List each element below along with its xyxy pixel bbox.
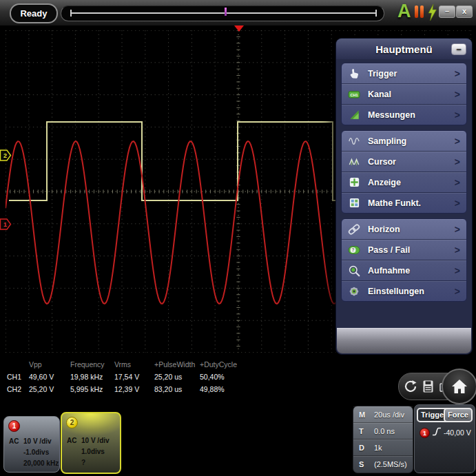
chevron-right-icon: > bbox=[455, 198, 460, 209]
menu-item-pass-fail[interactable]: ?Pass / Fail> bbox=[342, 240, 466, 260]
measurement-row-ch1: CH149,60 V19,98 kHz17,54 V25,20 us50,40% bbox=[7, 371, 248, 383]
menu-item-label: Cursor bbox=[368, 157, 455, 167]
horizontal-position-slider[interactable] bbox=[61, 6, 384, 21]
menu-item-label: Kanal bbox=[368, 90, 455, 99]
menu-item-kanal[interactable]: CH1Kanal> bbox=[342, 84, 466, 105]
channel-scale: 10 V /div bbox=[23, 437, 52, 445]
menu-item-einstellungen[interactable]: Einstellungen> bbox=[342, 281, 466, 301]
timebase-value: 0.0 ns bbox=[374, 427, 413, 435]
menu-item-messungen[interactable]: Messungen> bbox=[342, 105, 466, 125]
channel-coupling: AC bbox=[67, 437, 76, 444]
measurement-value: 49,60 V bbox=[29, 373, 70, 381]
menu-group-1: Trigger>CH1Kanal>Messungen> bbox=[341, 63, 467, 125]
timebase-row-s[interactable]: S(2.5MS/s) bbox=[353, 456, 413, 472]
minimize-window-button[interactable]: – bbox=[439, 6, 455, 18]
chevron-right-icon: > bbox=[455, 110, 460, 121]
refresh-icon[interactable] bbox=[404, 380, 417, 396]
close-window-button[interactable]: x bbox=[456, 6, 473, 18]
ch2-ground-marker[interactable]: 2 bbox=[0, 149, 12, 161]
menu-item-horizon[interactable]: Horizon> bbox=[342, 219, 466, 240]
menu-item-label: Anzeige bbox=[368, 178, 455, 187]
menu-item-aufnahme[interactable]: Aufnahme> bbox=[342, 260, 466, 281]
home-icon bbox=[451, 379, 468, 394]
channel-icon: CH1 bbox=[346, 87, 362, 101]
save-icon[interactable] bbox=[422, 380, 435, 396]
top-bar: Ready A – x bbox=[0, 0, 476, 26]
force-button[interactable]: Force bbox=[444, 408, 473, 422]
oscilloscope-app: Ready A – x 2 1 Hauptmenü – Trigger> bbox=[0, 0, 476, 476]
timebase-key: S bbox=[359, 460, 374, 468]
menu-item-trigger[interactable]: Trigger> bbox=[342, 63, 466, 84]
math-icon bbox=[346, 196, 362, 210]
menu-item-sampling[interactable]: Sampling> bbox=[342, 131, 466, 152]
quick-toolbar bbox=[398, 373, 474, 400]
measurement-header: +DutyCycle bbox=[200, 360, 242, 369]
chevron-right-icon: > bbox=[455, 136, 460, 147]
display-icon bbox=[346, 176, 362, 189]
ch1-ground-marker[interactable]: 1 bbox=[0, 218, 12, 230]
pause-icon[interactable] bbox=[415, 6, 424, 18]
svg-text:CH1: CH1 bbox=[350, 92, 358, 96]
timebase-value: (2.5MS/s) bbox=[374, 460, 413, 468]
menu-item-mathe-funkt[interactable]: Mathe Funkt.> bbox=[342, 193, 466, 213]
rising-edge-icon[interactable] bbox=[432, 426, 442, 439]
chevron-right-icon: > bbox=[455, 286, 460, 297]
menu-item-cursor[interactable]: Cursor> bbox=[342, 152, 466, 172]
slider-track bbox=[70, 12, 377, 14]
menu-item-label: Sampling bbox=[368, 136, 455, 146]
slider-left-tick bbox=[70, 10, 72, 17]
measurement-header-row: VppFrequencyVrms+PulseWidth+DutyCycle bbox=[7, 358, 248, 371]
channel-label: CH1 bbox=[7, 373, 29, 381]
menu-item-label: Horizon bbox=[368, 225, 455, 234]
timebase-panel[interactable]: M20us /divT0.0 nsD1kS(2.5MS/s) bbox=[353, 406, 413, 473]
link-icon bbox=[346, 223, 362, 236]
timebase-row-t[interactable]: T0.0 ns bbox=[353, 423, 413, 439]
timebase-row-d[interactable]: D1k bbox=[353, 439, 413, 456]
measurement-header: Vrms bbox=[114, 360, 154, 369]
menu-item-anzeige[interactable]: Anzeige> bbox=[342, 172, 466, 193]
menu-minimize-button[interactable]: – bbox=[451, 43, 466, 55]
home-button[interactable] bbox=[442, 369, 476, 404]
hand-icon bbox=[346, 67, 362, 81]
channel-offset: 1.0divs bbox=[81, 448, 105, 455]
channel-number-badge: 1 bbox=[8, 420, 20, 432]
menu-footer bbox=[337, 328, 471, 353]
measurement-value: 83,20 us bbox=[154, 385, 200, 393]
menu-item-label: Aufnahme bbox=[368, 266, 455, 276]
measurement-row-ch2: CH225,20 V5,995 kHz12,39 V83,20 us49,88% bbox=[7, 383, 248, 395]
timebase-row-m[interactable]: M20us /div bbox=[353, 406, 413, 423]
menu-item-label: Pass / Fail bbox=[368, 245, 455, 255]
measurement-header: Vpp bbox=[29, 360, 70, 369]
slider-right-tick bbox=[375, 10, 377, 17]
record-icon bbox=[346, 264, 362, 278]
menu-item-label: Trigger bbox=[368, 69, 455, 79]
measurement-value: 49,88% bbox=[200, 385, 242, 393]
measurement-header: Frequency bbox=[70, 360, 114, 369]
trigger-source-badge[interactable]: 1 bbox=[420, 428, 430, 438]
measurement-value: 50,40% bbox=[200, 373, 242, 381]
measurement-value: 25,20 us bbox=[154, 373, 200, 381]
menu-item-label: Einstellungen bbox=[368, 287, 455, 296]
measurement-value: 19,98 kHz bbox=[70, 373, 114, 381]
svg-text:?: ? bbox=[352, 247, 355, 252]
flash-icon[interactable] bbox=[427, 4, 437, 23]
timebase-key: T bbox=[359, 427, 374, 435]
timebase-value: 20us /div bbox=[374, 411, 413, 419]
main-menu-panel: Hauptmenü – Trigger>CH1Kanal>Messungen>S… bbox=[335, 38, 473, 355]
trigger-position-marker[interactable] bbox=[234, 25, 244, 32]
chevron-right-icon: > bbox=[455, 265, 460, 276]
main-menu-header: Hauptmenü – bbox=[336, 39, 472, 59]
autoset-icon[interactable]: A bbox=[397, 1, 411, 22]
menu-group-2: Sampling>Cursor>Anzeige>Mathe Funkt.> bbox=[341, 130, 467, 214]
cursor-icon bbox=[346, 155, 362, 169]
slider-position-marker[interactable] bbox=[225, 8, 227, 16]
measure-icon bbox=[346, 108, 362, 122]
measurement-header: +PulseWidth bbox=[154, 360, 200, 369]
measurement-value: 12,39 V bbox=[114, 385, 154, 393]
timebase-key: D bbox=[359, 444, 374, 452]
channel-box-c2[interactable]: 2AC10 V /div1.0divs? bbox=[61, 412, 121, 474]
measurement-value: 25,20 V bbox=[29, 385, 70, 393]
menu-item-label: Mathe Funkt. bbox=[368, 198, 455, 208]
channel-box-c1[interactable]: 1AC10 V /div-1.0divs20,000 kHz bbox=[3, 416, 60, 473]
menu-item-label: Messungen bbox=[368, 110, 455, 120]
